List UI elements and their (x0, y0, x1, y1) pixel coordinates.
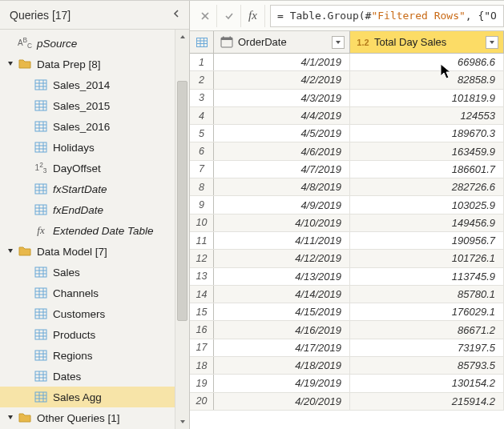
cell-totaldaysales[interactable]: 189670.3 (350, 125, 504, 142)
tree-item-dayoff[interactable]: 123DayOffset (0, 158, 189, 178)
cell-orderdate[interactable]: 4/12/2019 (214, 250, 350, 267)
table-row[interactable]: 114/11/2019190956.7 (190, 232, 504, 250)
cell-orderdate[interactable]: 4/7/2019 (214, 161, 350, 178)
cell-orderdate[interactable]: 4/8/2019 (214, 178, 350, 195)
tree-item-chan[interactable]: Channels (0, 283, 189, 303)
tree-item-sales[interactable]: Sales (0, 262, 189, 283)
row-number[interactable]: 9 (190, 196, 214, 213)
cell-totaldaysales[interactable]: 113745.9 (350, 268, 504, 285)
row-number[interactable]: 10 (190, 214, 214, 231)
cell-totaldaysales[interactable]: 101726.1 (350, 250, 504, 267)
row-number[interactable]: 12 (190, 250, 214, 267)
table-row[interactable]: 34/3/2019101819.9 (190, 90, 504, 107)
row-number[interactable]: 11 (190, 232, 214, 249)
queries-header[interactable]: Queries [17] (0, 1, 189, 30)
row-number[interactable]: 7 (190, 161, 214, 178)
tree-scrollbar[interactable] (175, 30, 189, 429)
table-row[interactable]: 14/1/201966986.6 (190, 54, 504, 71)
table-row[interactable]: 64/6/2019163459.9 (190, 142, 504, 160)
collapse-panel-icon[interactable] (171, 9, 181, 21)
row-number[interactable]: 16 (190, 321, 214, 338)
cell-totaldaysales[interactable]: 163459.9 (350, 142, 504, 159)
tree-item-ext[interactable]: fxExtended Date Table (0, 220, 189, 241)
tree-item-prod[interactable]: Products (0, 324, 189, 345)
cell-orderdate[interactable]: 4/20/2019 (214, 393, 350, 410)
column-filter-dropdown[interactable] (332, 36, 345, 49)
cell-orderdate[interactable]: 4/19/2019 (214, 375, 350, 391)
cell-orderdate[interactable]: 4/3/2019 (214, 90, 350, 106)
cell-orderdate[interactable]: 4/1/2019 (214, 54, 350, 70)
expand-arrow-icon[interactable] (5, 413, 16, 423)
row-number[interactable]: 2 (190, 71, 214, 88)
row-number[interactable]: 6 (190, 142, 214, 159)
commit-formula-button[interactable] (217, 5, 241, 27)
tree-item-dates[interactable]: Dates (0, 366, 189, 387)
cell-totaldaysales[interactable]: 176029.1 (350, 303, 504, 320)
cell-orderdate[interactable]: 4/10/2019 (214, 214, 350, 231)
select-all-corner[interactable] (190, 31, 214, 53)
cell-totaldaysales[interactable]: 103025.9 (350, 196, 504, 213)
table-row[interactable]: 24/2/201982858.9 (190, 71, 504, 89)
column-header-orderdate[interactable]: OrderDate (214, 31, 350, 53)
row-number[interactable]: 3 (190, 90, 214, 106)
column-filter-dropdown[interactable] (486, 36, 498, 49)
cell-totaldaysales[interactable]: 82858.9 (350, 71, 504, 88)
cell-orderdate[interactable]: 4/9/2019 (214, 196, 350, 213)
row-number[interactable]: 15 (190, 303, 214, 320)
scroll-thumb[interactable] (177, 81, 187, 321)
scroll-up-icon[interactable] (175, 30, 189, 44)
formula-input[interactable]: = Table.Group(#"Filtered Rows", {"O (270, 5, 504, 27)
cell-orderdate[interactable]: 4/6/2019 (214, 142, 350, 159)
table-row[interactable]: 144/14/201985780.1 (190, 286, 504, 303)
row-number[interactable]: 5 (190, 125, 214, 142)
row-number[interactable]: 1 (190, 54, 214, 70)
cell-orderdate[interactable]: 4/4/2019 (214, 107, 350, 124)
tree-item-reg[interactable]: Regions (0, 345, 189, 366)
tree-item-pSource[interactable]: ABCpSource (0, 33, 189, 54)
row-number[interactable]: 4 (190, 107, 214, 124)
row-number[interactable]: 20 (190, 393, 214, 410)
cell-orderdate[interactable]: 4/14/2019 (214, 286, 350, 303)
cell-totaldaysales[interactable]: 85780.1 (350, 286, 504, 303)
cell-totaldaysales[interactable]: 215914.2 (350, 393, 504, 410)
row-number[interactable]: 19 (190, 375, 214, 391)
tree-item-s16[interactable]: Sales_2016 (0, 116, 189, 137)
table-row[interactable]: 44/4/2019124553 (190, 107, 504, 125)
cell-totaldaysales[interactable]: 190956.7 (350, 232, 504, 249)
tree-item-dm[interactable]: Data Model [7] (0, 241, 189, 262)
table-row[interactable]: 204/20/2019215914.2 (190, 393, 504, 411)
row-number[interactable]: 18 (190, 357, 214, 374)
table-row[interactable]: 154/15/2019176029.1 (190, 303, 504, 321)
table-row[interactable]: 84/8/2019282726.6 (190, 178, 504, 196)
row-number[interactable]: 13 (190, 268, 214, 285)
cancel-formula-button[interactable] (193, 5, 217, 27)
table-row[interactable]: 94/9/2019103025.9 (190, 196, 504, 214)
cell-orderdate[interactable]: 4/2/2019 (214, 71, 350, 88)
cell-totaldaysales[interactable]: 282726.6 (350, 178, 504, 195)
tree-item-cust[interactable]: Customers (0, 303, 189, 324)
cell-totaldaysales[interactable]: 186601.7 (350, 161, 504, 178)
cell-totaldaysales[interactable]: 85793.5 (350, 357, 504, 374)
cell-totaldaysales[interactable]: 86671.2 (350, 321, 504, 338)
tree-item-fxend[interactable]: fxEndDate (0, 199, 189, 220)
tree-item-s14[interactable]: Sales_2014 (0, 74, 189, 95)
cell-orderdate[interactable]: 4/17/2019 (214, 339, 350, 356)
tree-item-dataprep[interactable]: Data Prep [8] (0, 54, 189, 74)
scroll-down-icon[interactable] (175, 415, 189, 429)
cell-orderdate[interactable]: 4/16/2019 (214, 321, 350, 338)
row-number[interactable]: 14 (190, 286, 214, 303)
table-row[interactable]: 174/17/201973197.5 (190, 339, 504, 357)
tree-item-hol[interactable]: Holidays (0, 137, 189, 158)
cell-totaldaysales[interactable]: 101819.9 (350, 90, 504, 106)
table-row[interactable]: 194/19/2019130154.2 (190, 375, 504, 392)
cell-orderdate[interactable]: 4/11/2019 (214, 232, 350, 249)
tree-item-s15[interactable]: Sales_2015 (0, 95, 189, 116)
table-row[interactable]: 184/18/201985793.5 (190, 357, 504, 375)
tree-item-oq[interactable]: Other Queries [1] (0, 407, 189, 428)
tree-item-fxstart[interactable]: fxStartDate (0, 178, 189, 199)
cell-totaldaysales[interactable]: 66986.6 (350, 54, 504, 70)
table-row[interactable]: 164/16/201986671.2 (190, 321, 504, 339)
column-header-totaldaysales[interactable]: 1.2 Total Day Sales (350, 31, 504, 53)
cell-orderdate[interactable]: 4/13/2019 (214, 268, 350, 285)
table-row[interactable]: 134/13/2019113745.9 (190, 268, 504, 286)
